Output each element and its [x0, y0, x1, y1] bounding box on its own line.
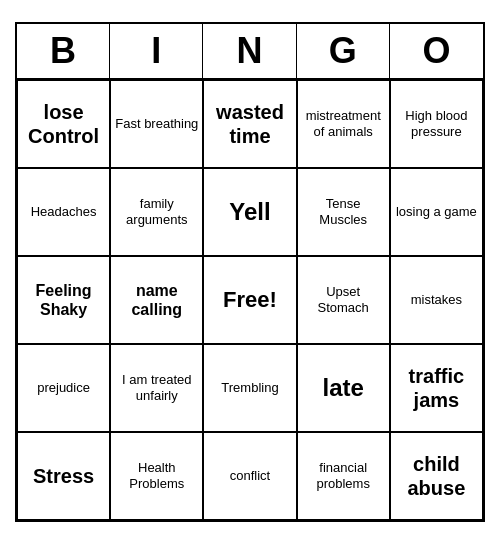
bingo-cell: Upset Stomach: [297, 256, 390, 344]
bingo-cell: name calling: [110, 256, 203, 344]
bingo-cell: Stress: [17, 432, 110, 520]
header-letter: N: [203, 24, 296, 78]
header-letter: B: [17, 24, 110, 78]
bingo-cell: conflict: [203, 432, 296, 520]
bingo-cell: Tense Muscles: [297, 168, 390, 256]
bingo-cell: High blood pressure: [390, 80, 483, 168]
bingo-cell: wasted time: [203, 80, 296, 168]
bingo-cell: mistreatment of animals: [297, 80, 390, 168]
bingo-cell: traffic jams: [390, 344, 483, 432]
bingo-cell: losing a game: [390, 168, 483, 256]
header-letter: I: [110, 24, 203, 78]
bingo-cell: Headaches: [17, 168, 110, 256]
bingo-cell: Health Problems: [110, 432, 203, 520]
header-letter: O: [390, 24, 483, 78]
bingo-cell: family arguments: [110, 168, 203, 256]
header-letter: G: [297, 24, 390, 78]
bingo-cell: lose Control: [17, 80, 110, 168]
bingo-cell: Trembling: [203, 344, 296, 432]
bingo-cell: Fast breathing: [110, 80, 203, 168]
bingo-header: BINGO: [17, 24, 483, 80]
bingo-cell: prejudice: [17, 344, 110, 432]
bingo-cell: financial problems: [297, 432, 390, 520]
bingo-card: BINGO lose ControlFast breathingwasted t…: [15, 22, 485, 522]
bingo-cell: Free!: [203, 256, 296, 344]
bingo-cell: late: [297, 344, 390, 432]
bingo-cell: child abuse: [390, 432, 483, 520]
bingo-grid: lose ControlFast breathingwasted timemis…: [17, 80, 483, 520]
bingo-cell: Yell: [203, 168, 296, 256]
bingo-cell: mistakes: [390, 256, 483, 344]
bingo-cell: I am treated unfairly: [110, 344, 203, 432]
bingo-cell: Feeling Shaky: [17, 256, 110, 344]
